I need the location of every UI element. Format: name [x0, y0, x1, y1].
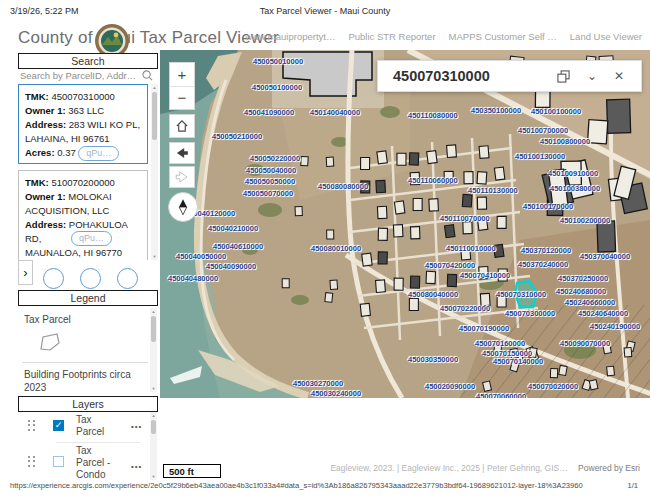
parcel-label: 450080080000	[318, 182, 368, 191]
arrow-left-icon	[173, 145, 191, 161]
parcel-label: 450370120000	[521, 246, 571, 255]
legend-panel: Tax Parcel Building Footprints circa 202…	[18, 306, 158, 394]
map-canvas[interactable]: 4500500100004500501000004500410900004501…	[160, 50, 650, 398]
drag-handle-icon[interactable]	[28, 456, 36, 468]
address-label: Address:	[25, 219, 66, 230]
parcel-popup[interactable]: 450070310000 ⌄ ✕	[377, 60, 642, 92]
layer-options-button[interactable]: •••	[131, 462, 142, 471]
qpublic-link-button[interactable]: qPu…	[71, 231, 112, 246]
attribution-text: Eagleview, 2023. | Eagleview Inc., 2025 …	[330, 463, 567, 473]
parcel-label: 450110130000	[468, 186, 518, 195]
check-icon: ✓	[55, 420, 63, 430]
layer-row-divider	[56, 442, 140, 443]
search-input[interactable]: Search by ParcelID, Addr…	[18, 70, 158, 83]
layers-scrollbar[interactable]: ▲ ▼	[150, 412, 157, 480]
scroll-down-icon[interactable]: ▼	[150, 386, 157, 391]
nav-link-mapps[interactable]: MAPPS Customer Self …	[449, 31, 557, 42]
parcel-label: 450350100000	[471, 106, 521, 115]
scroll-down-icon[interactable]: ▼	[151, 254, 158, 259]
parcel-label: 450040610000	[213, 242, 263, 251]
scroll-up-icon[interactable]: ▲	[150, 413, 157, 418]
parcel-label: 450040050000	[176, 252, 226, 261]
layers-panel-title: Layers	[72, 398, 104, 410]
zoom-in-button[interactable]: +	[170, 63, 194, 86]
tmk-value: 450070310000	[51, 91, 114, 102]
next-extent-button[interactable]	[169, 166, 195, 188]
home-button[interactable]	[169, 114, 195, 138]
nav-link-str-reporter[interactable]: Public STR Reporter	[348, 31, 435, 42]
search-panel-title: Search	[71, 55, 104, 67]
popup-parcel-id: 450070310000	[393, 68, 557, 84]
drag-handle-icon[interactable]	[28, 420, 36, 432]
parcel-label: 450080010000	[311, 244, 361, 253]
previous-extent-button[interactable]	[169, 142, 195, 164]
scroll-up-icon[interactable]: ▲	[151, 85, 158, 90]
compass-needle-icon	[173, 197, 193, 217]
parcel-label: 450050010000	[253, 57, 303, 66]
parcel-label: 450100700000	[518, 126, 568, 135]
parcel-label: 450110070000	[440, 214, 490, 223]
zoom-control: + −	[169, 62, 195, 110]
powered-by-esri: Powered by Esri	[578, 463, 640, 473]
search-placeholder: Search by ParcelID, Addr…	[20, 70, 136, 81]
parcel-label: 450030240000	[311, 389, 361, 398]
parcel-label: 450240640000	[578, 309, 628, 318]
nav-link-mauiproperty[interactable]: www.mauipropertyt…	[245, 31, 335, 42]
pager-circle-1[interactable]	[43, 268, 64, 289]
parcel-label: 450140040000	[310, 108, 360, 117]
parcel-label: 450240660000	[565, 298, 615, 307]
scroll-up-icon[interactable]: ▲	[150, 309, 157, 314]
parcel-label: 450100200000	[560, 216, 610, 225]
results-scrollbar[interactable]: ▲ ▼	[151, 84, 158, 260]
parcel-polygon-icon	[38, 332, 62, 352]
dock-icon	[557, 70, 570, 83]
parcel-label: 450100800000	[540, 137, 590, 146]
parcel-label: 450070020000	[528, 382, 578, 391]
parcel-label: 450050050000	[245, 177, 295, 186]
zoom-out-button[interactable]: −	[170, 86, 194, 110]
legend-item-building-footprints: Building Footprints circa 2023	[24, 368, 131, 394]
legend-item-tax-parcel: Tax Parcel	[24, 314, 71, 325]
tmk-label: TMK:	[25, 91, 49, 102]
parcel-label: 450370240000	[518, 260, 568, 269]
parcel-label: 450110080000	[408, 111, 458, 120]
legend-divider	[22, 362, 148, 363]
owner-value: MOLOKAI	[68, 191, 111, 202]
parcel-label: 450050210000	[212, 132, 262, 141]
parcel-label: 450041090000	[244, 108, 294, 117]
dock-button[interactable]	[557, 70, 570, 83]
result-card[interactable]: TMK: 510070200000 Owner 1: MOLOKAI ACQUI…	[18, 170, 148, 260]
tmk-label: TMK:	[25, 177, 49, 188]
layer-checkbox-tax-parcel-condo[interactable]	[53, 456, 64, 467]
parcel-label: 450030350000	[408, 355, 458, 364]
arrow-right-icon	[173, 169, 191, 185]
parcel-labels-layer: 4500500100004500501000004500410900004501…	[160, 50, 650, 398]
address-value: 283 WILI KO PL,	[69, 119, 140, 130]
result-card-selected[interactable]: TMK: 450070310000 Owner 1: 363 LLC Addre…	[18, 84, 148, 164]
nav-link-land-use[interactable]: Land Use Viewer	[570, 31, 642, 42]
parcel-label: 450070420000	[425, 261, 475, 270]
owner-label: Owner 1:	[25, 105, 66, 116]
acres-value: 0.37	[57, 147, 76, 158]
layer-checkbox-tax-parcel[interactable]: ✓	[53, 420, 64, 431]
parcel-label: 450070410000	[460, 271, 510, 280]
parcel-label: 450070220000	[440, 304, 490, 313]
layer-options-button[interactable]: •••	[131, 422, 142, 431]
close-popup-button[interactable]: ✕	[614, 69, 624, 83]
legend-scrollbar[interactable]: ▲ ▼	[150, 308, 157, 392]
search-icon	[142, 70, 153, 81]
parcel-label: 450030270000	[293, 379, 343, 388]
results-next-button[interactable]: ›	[18, 260, 33, 285]
parcel-label: 450070190000	[459, 324, 509, 333]
print-page-number: 1/1	[627, 481, 638, 490]
compass-button[interactable]	[168, 192, 198, 222]
pager-circle-2[interactable]	[80, 268, 101, 289]
chevron-right-icon: ›	[23, 265, 27, 280]
parcel-label: 450100170000	[523, 202, 573, 211]
parcel-label: 450050220000	[250, 154, 300, 163]
qpublic-link-button[interactable]: qPu…	[78, 146, 119, 161]
pager-circle-3[interactable]	[117, 268, 138, 289]
scroll-down-icon[interactable]: ▼	[150, 474, 157, 479]
collapse-button[interactable]: ⌄	[587, 69, 597, 83]
page-title: County of Maui Tax Parcel Viewer	[18, 28, 279, 48]
